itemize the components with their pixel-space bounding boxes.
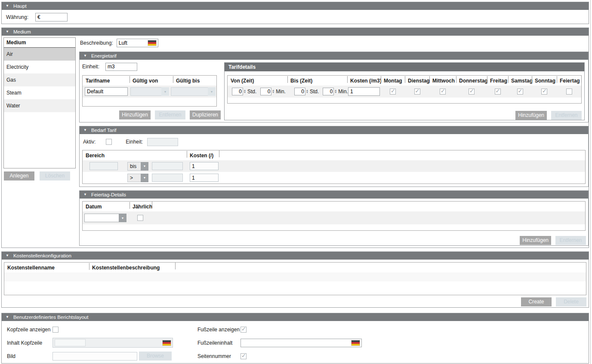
tarifdetails-hinzufuegen-button[interactable]: Hinzufügen	[515, 111, 547, 120]
feiertag-row: ▼	[83, 211, 585, 224]
section-header-kostenstellen[interactable]: ▼ Kostenstellenkonfiguration	[2, 252, 589, 260]
section-berichtslayout: ▼ Benutzerdefiniertes Berichtslayout Kop…	[1, 313, 589, 364]
kosten-input[interactable]	[348, 87, 380, 96]
bis-std-input[interactable]	[294, 88, 305, 95]
tarifdetails-header: Tarifdetails	[225, 63, 584, 71]
collapse-triangle-icon[interactable]: ▼	[6, 4, 9, 8]
list-item-air[interactable]: Air	[4, 48, 75, 61]
bereich-operator-dropdown[interactable]: > ▼	[127, 174, 148, 182]
spinner-down-icon[interactable]: ▼	[244, 92, 246, 94]
tarif-hinzufuegen-button[interactable]: Hinzufügen	[119, 110, 151, 119]
datum-dropdown[interactable]: ▼	[84, 214, 126, 222]
bereich-von-input[interactable]	[89, 162, 118, 170]
kopfzeile-anzeigen-checkbox[interactable]	[52, 327, 59, 333]
tarifdetails-entfernen-button[interactable]: Entfernen	[551, 111, 582, 120]
column-header-filler	[152, 203, 585, 210]
dienstag-checkbox[interactable]	[414, 89, 420, 95]
list-item-gas[interactable]: Gas	[4, 73, 75, 86]
feiertag-checkbox[interactable]	[566, 89, 572, 95]
tarif-entfernen-button[interactable]: Entfernen	[155, 110, 185, 119]
donnerstag-checkbox[interactable]	[469, 89, 475, 95]
dropdown-arrow-icon[interactable]: ▼	[208, 87, 216, 96]
inhalt-kopfzeile-field[interactable]	[52, 338, 173, 348]
gueltig-von-dropdown[interactable]: ▼	[130, 87, 169, 96]
feiertag-hinzufuegen-button[interactable]: Hinzufügen	[520, 236, 551, 245]
bis-std-stepper[interactable]: ▲▼	[294, 88, 308, 95]
feiertag-entfernen-button[interactable]: Entfernen	[555, 236, 586, 245]
gueltig-bis-dropdown[interactable]: ▼	[171, 87, 216, 96]
section-header-haupt[interactable]: ▼ Haupt	[2, 2, 589, 10]
bedarf-einheit-input[interactable]	[147, 138, 178, 146]
bedarf-kosten-input[interactable]	[190, 162, 219, 170]
delete-button[interactable]: Delete	[556, 297, 586, 306]
german-flag-icon[interactable]	[148, 40, 156, 46]
page: ▼ Haupt Währung: ▼ Medium Medium Air Ele…	[0, 0, 592, 364]
dropdown-arrow-icon[interactable]: ▼	[141, 162, 148, 171]
spinner-down-icon[interactable]: ▼	[334, 92, 337, 94]
bis-min-input[interactable]	[323, 88, 334, 95]
column-header-samstag: Samstag	[508, 78, 532, 84]
tarif-duplizieren-button[interactable]: Duplizieren	[190, 110, 221, 119]
section-header-medium[interactable]: ▼ Medium	[2, 28, 589, 36]
dropdown-arrow-icon[interactable]: ▼	[141, 174, 148, 182]
sonntag-checkbox[interactable]	[541, 89, 547, 95]
von-std-input[interactable]	[232, 88, 243, 95]
browse-button[interactable]: Browse	[139, 352, 172, 361]
bild-input[interactable]	[52, 352, 137, 361]
collapse-triangle-icon[interactable]: ▼	[83, 193, 87, 196]
section-title-haupt: Haupt	[13, 3, 27, 9]
column-header-donnerstag: Donnerstag	[456, 78, 487, 84]
seitennummer-checkbox[interactable]	[240, 353, 247, 359]
min-unit-label: Min.	[276, 89, 286, 95]
von-std-stepper[interactable]: ▲▼	[232, 88, 246, 95]
aktiv-label: Aktiv:	[83, 139, 96, 145]
bereich-bis-input[interactable]	[152, 162, 183, 170]
aktiv-checkbox[interactable]	[106, 139, 112, 145]
dropdown-arrow-icon[interactable]: ▼	[119, 214, 126, 222]
bereich-operator-dropdown[interactable]: bis ▼	[127, 162, 148, 171]
german-flag-icon[interactable]	[352, 340, 360, 346]
collapse-triangle-icon[interactable]: ▼	[6, 254, 9, 257]
list-item-water[interactable]: Water	[4, 99, 75, 112]
dropdown-arrow-icon[interactable]: ▼	[161, 87, 169, 96]
waehrung-input[interactable]	[35, 13, 68, 21]
section-feiertag-details: ▼ Feiertag-Details Datum Jährlich ▼	[79, 190, 589, 246]
bis-min-stepper[interactable]: ▲▼	[323, 88, 337, 95]
fusszeileninhalt-input[interactable]	[240, 339, 362, 347]
tarifname-input[interactable]	[85, 87, 128, 96]
einheit-input[interactable]	[105, 63, 137, 71]
list-item-electricity[interactable]: Electricity	[4, 61, 75, 73]
samstag-checkbox[interactable]	[517, 89, 523, 95]
section-header-feiertag[interactable]: ▼ Feiertag-Details	[80, 191, 588, 199]
mittwoch-checkbox[interactable]	[440, 89, 446, 95]
inhalt-kopfzeile-inner-input[interactable]	[55, 339, 86, 346]
collapse-triangle-icon[interactable]: ▼	[6, 315, 9, 319]
bild-label: Bild	[7, 353, 52, 359]
section-header-energietarif[interactable]: ▼ Energietarif	[80, 52, 588, 60]
spinner-down-icon[interactable]: ▼	[272, 92, 274, 94]
collapse-triangle-icon[interactable]: ▼	[83, 54, 87, 58]
anlegen-button[interactable]: Anlegen	[4, 171, 34, 180]
section-header-bedarf[interactable]: ▼ Bedarf Tarif	[80, 126, 588, 134]
jaehrlich-checkbox[interactable]	[137, 215, 143, 221]
spinner-down-icon[interactable]: ▼	[306, 92, 308, 94]
bereich-bis-input[interactable]	[152, 174, 183, 182]
waehrung-label: Währung:	[6, 14, 28, 20]
von-min-input[interactable]	[260, 88, 271, 95]
montag-checkbox[interactable]	[390, 89, 396, 95]
column-header-kosten: Kosten (/m3)	[347, 78, 381, 84]
von-min-stepper[interactable]: ▲▼	[260, 88, 274, 95]
beschreibung-label: Beschreibung:	[80, 40, 113, 46]
section-header-berichtslayout[interactable]: ▼ Benutzerdefiniertes Berichtslayout	[2, 313, 589, 321]
loeschen-button[interactable]: Löschen	[40, 171, 70, 180]
fusszeile-anzeigen-checkbox[interactable]	[240, 327, 247, 333]
collapse-triangle-icon[interactable]: ▼	[6, 30, 9, 34]
collapse-triangle-icon[interactable]: ▼	[83, 128, 87, 132]
freitag-checkbox[interactable]	[495, 89, 501, 95]
inhalt-kopfzeile-label: Inhalt Kopfzeile	[7, 340, 52, 346]
bedarf-kosten-input[interactable]	[190, 174, 219, 182]
column-header-bereich: Bereich	[83, 153, 187, 159]
german-flag-icon[interactable]	[163, 340, 171, 346]
list-item-steam[interactable]: Steam	[4, 86, 75, 99]
create-button[interactable]: Create	[521, 297, 552, 306]
